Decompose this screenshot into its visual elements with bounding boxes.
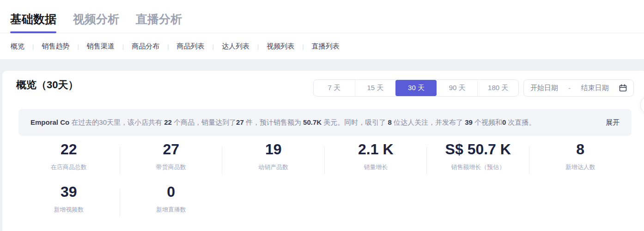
summary-highlight: Emporal Co — [30, 118, 71, 126]
summary-segment: 美元。同时，吸引了 — [322, 118, 388, 126]
subnav-separator: | — [122, 43, 124, 50]
stat-label: 动销产品数 — [222, 163, 325, 171]
summary-text: Emporal Co 在过去的30天里，该小店共有 22 个商品，销量达到了27… — [30, 118, 596, 127]
top-header: 基础数据视频分析直播分析 概览|销售趋势|销售渠道|商品分布|商品列表|达人列表… — [0, 0, 644, 59]
stat-value: S$ 50.7 K — [427, 139, 529, 159]
stat-value: 22 — [18, 139, 120, 159]
stat-label: 新增视频数 — [18, 206, 120, 214]
summary-segment: 位达人关注，并发布了 — [392, 118, 465, 126]
summary-highlight: 27 — [236, 118, 244, 126]
range-segmented-control: 7 天15 天30 天90 天180 天 — [313, 79, 519, 97]
summary-segment: 个商品，销量达到了 — [172, 118, 236, 126]
subnav-item-2[interactable]: 销售渠道 — [87, 42, 115, 51]
stat-label: 新增直播数 — [120, 206, 223, 214]
stat-label: 销售额增长（预估） — [427, 163, 529, 171]
range-button-4[interactable]: 180 天 — [477, 80, 518, 96]
summary-highlight: 22 — [164, 118, 172, 126]
subnav-item-6[interactable]: 视频列表 — [267, 42, 294, 51]
stat-cell: 8新增达人数 — [529, 139, 632, 171]
subnav-item-1[interactable]: 销售趋势 — [42, 42, 69, 51]
summary-highlight: 39 — [465, 118, 473, 126]
stat-cell: 22在店商品总数 — [18, 139, 120, 171]
stat-value: 39 — [18, 182, 120, 202]
summary-segment: 件，预计销售额为 — [244, 118, 303, 126]
primary-tabs: 基础数据视频分析直播分析 — [0, 0, 644, 33]
range-button-2[interactable]: 30 天 — [395, 80, 437, 96]
subnav-item-7[interactable]: 直播列表 — [312, 42, 340, 51]
stat-value: 2.1 K — [325, 139, 427, 159]
subnav-item-0[interactable]: 概览 — [11, 42, 24, 51]
subnav-separator: | — [213, 43, 214, 50]
stat-cell: 27带货商品数 — [120, 139, 223, 171]
subnav-separator: | — [32, 43, 34, 50]
stat-value: 0 — [120, 182, 223, 202]
date-range-separator: - — [568, 84, 571, 92]
secondary-nav: 概览|销售趋势|销售渠道|商品分布|商品列表|达人列表|视频列表|直播列表 — [0, 33, 644, 59]
stat-value: 19 — [222, 139, 325, 159]
overview-card: 概览（30天） 7 天15 天30 天90 天180 天 开始日期 - 结束日期… — [2, 71, 644, 231]
stat-label: 在店商品总数 — [18, 163, 120, 171]
stat-cell: 2.1 K销量增长 — [325, 139, 427, 171]
subnav-separator: | — [257, 43, 259, 50]
section-title: 概览（30天） — [16, 78, 78, 92]
summary-highlight: 8 — [388, 118, 391, 126]
stat-cell: 19动销产品数 — [222, 139, 325, 171]
date-range-picker[interactable]: 开始日期 - 结束日期 — [523, 79, 634, 97]
range-button-0[interactable]: 7 天 — [314, 80, 355, 96]
subnav-item-4[interactable]: 商品列表 — [177, 42, 205, 51]
range-button-3[interactable]: 90 天 — [437, 80, 478, 96]
expand-button[interactable]: 展开 — [606, 118, 620, 127]
stats-row-2: 39新增视频数0新增直播数 — [18, 182, 222, 214]
tab-2[interactable]: 直播分析 — [136, 12, 182, 33]
subnav-item-3[interactable]: 商品分布 — [132, 42, 159, 51]
range-button-1[interactable]: 15 天 — [355, 80, 396, 96]
stat-value: 27 — [120, 139, 223, 159]
subnav-separator: | — [167, 43, 169, 50]
summary-highlight: 50.7K — [303, 118, 322, 126]
end-date-placeholder[interactable]: 结束日期 — [581, 84, 609, 92]
calendar-icon[interactable] — [619, 84, 627, 92]
summary-segment: 次直播。 — [506, 118, 535, 126]
stat-cell: S$ 50.7 K销售额增长（预估） — [427, 139, 529, 171]
stats-row-1: 22在店商品总数27带货商品数19动销产品数2.1 K销量增长S$ 50.7 K… — [18, 139, 632, 171]
start-date-placeholder[interactable]: 开始日期 — [530, 84, 558, 92]
subnav-separator: | — [302, 43, 304, 50]
stat-value: 8 — [529, 139, 632, 159]
date-controls: 7 天15 天30 天90 天180 天 开始日期 - 结束日期 — [313, 79, 634, 97]
summary-segment: 个视频和 — [473, 118, 502, 126]
summary-banner: Emporal Co 在过去的30天里，该小店共有 22 个商品，销量达到了27… — [18, 109, 632, 136]
stat-label: 销量增长 — [325, 163, 427, 171]
stat-label: 带货商品数 — [120, 163, 223, 171]
stat-cell: 39新增视频数 — [18, 182, 120, 214]
stat-label: 新增达人数 — [529, 163, 632, 171]
stat-cell: 0新增直播数 — [120, 182, 223, 214]
subnav-separator: | — [77, 43, 79, 50]
tab-1[interactable]: 视频分析 — [73, 12, 119, 33]
subnav-item-5[interactable]: 达人列表 — [222, 42, 249, 51]
tab-0[interactable]: 基础数据 — [10, 12, 56, 33]
summary-segment: 在过去的30天里，该小店共有 — [71, 118, 164, 126]
